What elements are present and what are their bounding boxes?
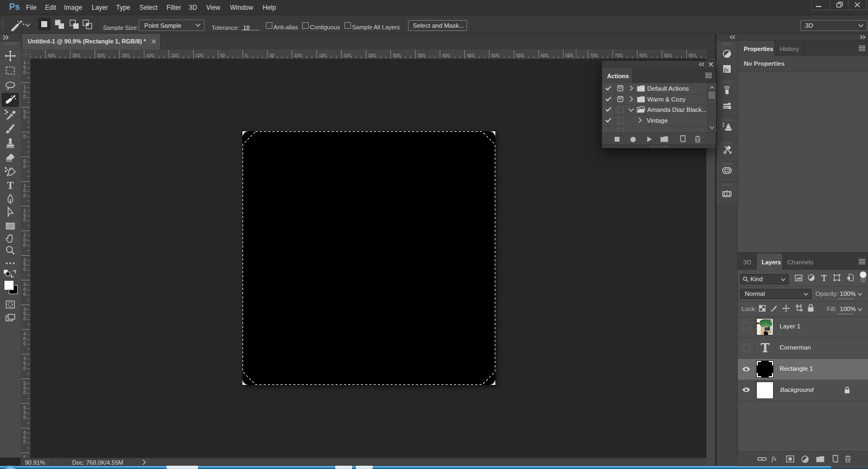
- svg-text:450: 450: [467, 53, 474, 58]
- svg-text:0: 0: [23, 291, 26, 297]
- svg-text:50: 50: [220, 53, 226, 58]
- svg-text:0: 0: [23, 439, 26, 445]
- svg-text:850: 850: [664, 53, 672, 58]
- svg-text:750: 750: [615, 53, 622, 58]
- svg-text:300: 300: [97, 53, 104, 58]
- svg-text:100: 100: [195, 53, 203, 58]
- svg-text:0: 0: [23, 94, 26, 99]
- svg-text:150: 150: [171, 53, 178, 58]
- svg-text:0: 0: [23, 217, 26, 223]
- svg-text:T: T: [7, 180, 14, 191]
- svg-text:300: 300: [393, 53, 400, 58]
- svg-text:800: 800: [639, 53, 647, 58]
- svg-text:0: 0: [23, 69, 26, 75]
- svg-text:0: 0: [245, 53, 247, 58]
- svg-text:0: 0: [23, 415, 26, 420]
- svg-text:200: 200: [343, 53, 351, 58]
- svg-text:0: 0: [23, 163, 26, 169]
- svg-text:600: 600: [540, 53, 548, 58]
- svg-text:0: 0: [23, 242, 26, 248]
- svg-text:0: 0: [23, 365, 26, 371]
- svg-text:250: 250: [122, 53, 129, 58]
- svg-text:400: 400: [442, 53, 450, 58]
- svg-text:400: 400: [47, 53, 55, 58]
- svg-text:250: 250: [368, 53, 375, 58]
- svg-text:0: 0: [23, 114, 26, 119]
- svg-text:350: 350: [72, 53, 80, 58]
- svg-text:fx: fx: [724, 66, 729, 73]
- svg-text:0: 0: [23, 341, 26, 346]
- svg-text:350: 350: [417, 53, 425, 58]
- svg-text:0: 0: [23, 134, 26, 139]
- svg-text:650: 650: [565, 53, 573, 58]
- svg-text:700: 700: [590, 53, 597, 58]
- svg-text:50: 50: [269, 53, 275, 58]
- svg-text:0: 0: [23, 316, 26, 321]
- svg-text:550: 550: [516, 53, 524, 58]
- svg-text:0: 0: [23, 390, 26, 395]
- svg-text:150: 150: [318, 53, 326, 58]
- svg-text:0: 0: [23, 193, 26, 198]
- svg-text:0: 0: [23, 267, 26, 272]
- svg-text:900: 900: [688, 53, 696, 58]
- svg-text:200: 200: [146, 53, 154, 58]
- svg-text:100: 100: [294, 53, 302, 58]
- svg-text:500: 500: [492, 53, 499, 58]
